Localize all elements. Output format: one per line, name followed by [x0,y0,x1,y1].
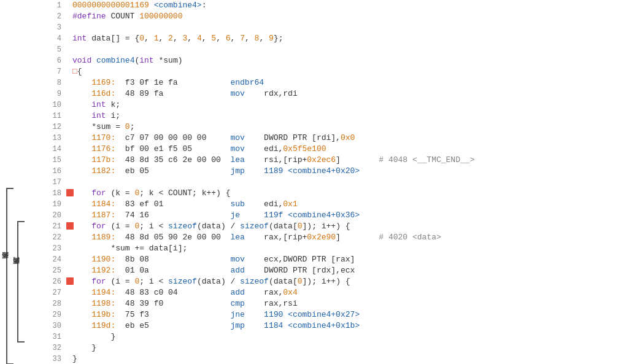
line-content: 1187: 74 16 je 119f <combine4+0x36> [69,210,618,221]
line-content: □{ [69,66,618,77]
line-number: 1 [49,0,66,11]
line-content: 1170: c7 07 00 00 00 00 mov DWORD PTR [r… [69,133,618,144]
line-number: 6 [49,55,66,66]
code-line-20: 20 1187: 74 16 je 119f <combine4+0x36> [49,210,618,221]
code-line-21: 21 for (i = 0; i < sizeof(data) / sizeof… [49,221,618,232]
code-line-31: 31 } [49,331,618,343]
line-number: 8 [49,77,66,88]
code-line-22: 22 1189: 48 8d 05 90 2e 00 00 lea rax,[r… [49,232,618,243]
line-content: 1184: 83 ef 01 sub edi,0x1 [69,199,618,210]
code-line-15: 15 117b: 48 8d 35 c6 2e 00 00 lea rsi,[r… [49,155,618,166]
code-line-33: 33} [49,354,618,364]
line-number: 11 [49,110,66,122]
code-line-7: 7□{ [49,66,618,77]
code-line-18: 18 for (k = 0; k < COUNT; k++) { [49,188,618,199]
line-content: 116d: 48 89 fa mov rdx,rdi [69,88,618,99]
line-content: int data[] = {0, 1, 2, 3, 4, 5, 6, 7, 8,… [69,33,618,44]
line-number: 25 [49,265,66,276]
line-content: for (k = 0; k < COUNT; k++) { [69,188,618,199]
code-line-23: 23 *sum += data[i]; [49,243,618,254]
code-line-13: 13 1170: c7 07 00 00 00 00 mov DWORD PTR… [49,133,618,144]
line-number: 5 [49,44,66,55]
code-line-24: 24 1190: 8b 08 mov ecx,DWORD PTR [rax] [49,254,618,265]
line-number: 29 [49,309,66,320]
line-number: 14 [49,144,66,155]
line-content: 1176: bf 00 e1 f5 05 mov edi,0x5f5e100 [69,144,618,155]
main-container: 外层循环 内层循环 10000000000001169 <combine4>:2… [0,0,618,364]
line-number: 23 [49,243,66,254]
line-content: 1190: 8b 08 mov ecx,DWORD PTR [rax] [69,254,618,265]
code-line-25: 25 1192: 01 0a add DWORD PTR [rdx],ecx [49,265,618,276]
line-content: 1189: 48 8d 05 90 2e 00 00 lea rax,[rip+… [69,232,618,243]
code-line-26: 26 for (i = 0; i < sizeof(data) / sizeof… [49,276,618,287]
line-number: 2 [49,11,66,22]
code-line-2: 2#define COUNT 100000000 [49,11,618,22]
line-number: 18 [49,188,66,199]
line-number: 33 [49,354,66,364]
line-number: 4 [49,33,66,44]
line-content: } [69,343,618,354]
code-line-3: 3 [49,22,618,33]
code-line-28: 28 1198: 48 39 f0 cmp rax,rsi [49,298,618,309]
line-content: int k; [69,99,618,110]
line-number: 12 [49,122,66,133]
line-number: 24 [49,254,66,265]
code-line-8: 8 1169: f3 0f 1e fa endbr64 [49,77,618,88]
line-content: 0000000000001169 <combine4>: [69,0,618,11]
line-content: #define COUNT 100000000 [69,11,618,22]
line-number: 31 [49,331,66,343]
line-content: } [69,354,618,364]
line-content: 119d: eb e5 jmp 1184 <combine4+0x1b> [69,320,618,331]
code-line-32: 32 } [49,343,618,354]
code-line-4: 4int data[] = {0, 1, 2, 3, 4, 5, 6, 7, 8… [49,33,618,44]
line-number: 17 [49,177,66,188]
line-content: for (i = 0; i < sizeof(data) / sizeof(da… [69,221,618,232]
line-number: 7 [49,66,66,77]
code-line-27: 27 1194: 48 83 c0 04 add rax,0x4 [49,287,618,298]
code-line-29: 29 119b: 75 f3 jne 1190 <combine4+0x27> [49,309,618,320]
code-line-19: 19 1184: 83 ef 01 sub edi,0x1 [49,199,618,210]
line-number: 20 [49,210,66,221]
line-number: 19 [49,199,66,210]
line-number: 28 [49,298,66,309]
line-content: 1194: 48 83 c0 04 add rax,0x4 [69,287,618,298]
annotations-panel: 外层循环 内层循环 [0,0,49,364]
line-content: *sum = 0; [69,122,618,133]
code-line-1: 10000000000001169 <combine4>: [49,0,618,11]
inner-bracket [17,221,25,343]
line-content: 1192: 01 0a add DWORD PTR [rdx],ecx [69,265,618,276]
line-content: 1169: f3 0f 1e fa endbr64 [69,77,618,88]
code-line-17: 17 [49,177,618,188]
code-line-16: 16 1182: eb 05 jmp 1189 <combine4+0x20> [49,166,618,177]
line-number: 9 [49,88,66,99]
line-content: } [69,331,618,343]
code-line-6: 6void combine4(int *sum) [49,55,618,66]
line-number: 16 [49,166,66,177]
code-line-14: 14 1176: bf 00 e1 f5 05 mov edi,0x5f5e10… [49,144,618,155]
line-number: 3 [49,22,66,33]
code-line-12: 12 *sum = 0; [49,122,618,133]
line-content: for (i = 0; i < sizeof(data) / sizeof(da… [69,276,618,287]
line-number: 10 [49,99,66,110]
line-content: *sum += data[i]; [69,243,618,254]
line-number: 21 [49,221,66,232]
code-line-5: 5 [49,44,618,55]
line-content: int i; [69,110,618,122]
line-number: 32 [49,343,66,354]
code-line-10: 10 int k; [49,99,618,110]
code-line-11: 11 int i; [49,110,618,122]
line-number: 27 [49,287,66,298]
line-number: 30 [49,320,66,331]
line-content: void combine4(int *sum) [69,55,618,66]
code-panel: 10000000000001169 <combine4>:2#define CO… [49,0,618,364]
outer-bracket [6,188,14,364]
line-number: 26 [49,276,66,287]
line-content: 119b: 75 f3 jne 1190 <combine4+0x27> [69,309,618,320]
line-content: 1182: eb 05 jmp 1189 <combine4+0x20> [69,166,618,177]
code-line-9: 9 116d: 48 89 fa mov rdx,rdi [49,88,618,99]
line-number: 22 [49,232,66,243]
line-content: 1198: 48 39 f0 cmp rax,rsi [69,298,618,309]
line-number: 13 [49,133,66,144]
line-number: 15 [49,155,66,166]
line-content: 117b: 48 8d 35 c6 2e 00 00 lea rsi,[rip+… [69,155,618,166]
